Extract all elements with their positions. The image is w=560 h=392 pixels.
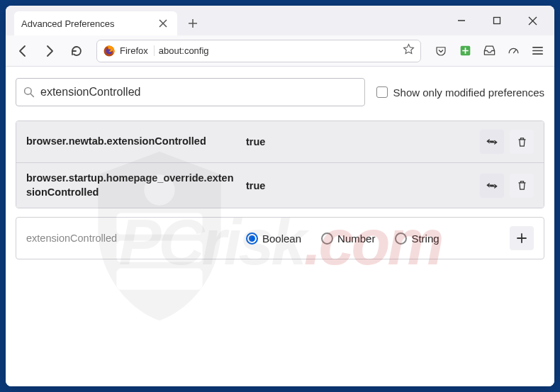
extension-icon[interactable]	[458, 44, 472, 58]
radio-number[interactable]: Number	[321, 233, 375, 245]
preference-name: browser.newtab.extensionControlled	[26, 135, 239, 149]
new-pref-name: extensionControlled	[26, 233, 239, 244]
preference-list: browser.newtab.extensionControlled true …	[16, 121, 544, 208]
maximize-button[interactable]	[488, 11, 506, 30]
radio-label: String	[411, 233, 439, 245]
show-modified-label: Show only modified preferences	[393, 86, 544, 99]
search-icon	[23, 86, 35, 98]
show-modified-only[interactable]: Show only modified preferences	[376, 86, 544, 99]
inbox-icon[interactable]	[482, 44, 496, 58]
svg-point-8	[25, 88, 32, 95]
preference-row: extensionControlled Boolean Number Strin…	[16, 218, 544, 259]
delete-button[interactable]	[510, 130, 534, 154]
preference-actions	[480, 174, 534, 198]
radio-icon	[395, 233, 407, 245]
new-tab-button[interactable]	[183, 13, 203, 33]
url-input[interactable]	[159, 45, 398, 56]
new-preference-row: extensionControlled Boolean Number Strin…	[16, 217, 544, 259]
svg-rect-0	[494, 18, 500, 24]
delete-button[interactable]	[510, 174, 534, 198]
radio-label: Boolean	[262, 233, 301, 245]
search-controls: Show only modified preferences	[16, 78, 544, 106]
gauge-icon[interactable]	[506, 44, 520, 58]
browser-window: Advanced Preferences Firefox	[6, 6, 554, 386]
radio-icon	[246, 233, 258, 245]
radio-string[interactable]: String	[395, 233, 439, 245]
firefox-icon	[103, 45, 116, 57]
toggle-button[interactable]	[480, 130, 504, 154]
bookmark-star-icon[interactable]	[403, 43, 415, 58]
urlbar-brand-label: Firefox	[120, 45, 155, 56]
preference-value: true	[246, 180, 473, 191]
forward-button[interactable]	[38, 40, 61, 62]
toolbar-icons	[430, 44, 549, 58]
preference-row[interactable]: browser.newtab.extensionControlled true	[16, 121, 544, 162]
back-button[interactable]	[11, 40, 34, 62]
minimize-button[interactable]	[452, 11, 471, 30]
preference-row[interactable]: browser.startup.homepage_override.extens…	[16, 162, 544, 208]
about-config-content: PCrisk.com Show only modified preference…	[6, 67, 554, 386]
type-radio-group: Boolean Number String	[246, 233, 503, 245]
tab-title: Advanced Preferences	[21, 18, 115, 29]
preference-actions	[480, 130, 534, 154]
address-bar[interactable]: Firefox	[96, 40, 421, 62]
preference-value: true	[246, 136, 473, 147]
navigation-toolbar: Firefox	[6, 35, 554, 67]
search-box[interactable]	[16, 78, 365, 106]
checkbox-icon[interactable]	[376, 86, 388, 98]
browser-tab[interactable]: Advanced Preferences	[14, 11, 177, 35]
reload-button[interactable]	[65, 40, 88, 62]
pocket-icon[interactable]	[434, 44, 448, 58]
window-controls	[452, 6, 554, 35]
preference-actions	[510, 226, 534, 250]
add-button[interactable]	[510, 226, 534, 250]
radio-label: Number	[337, 233, 375, 245]
svg-rect-6	[116, 269, 202, 290]
close-window-button[interactable]	[523, 11, 542, 30]
menu-button[interactable]	[530, 44, 544, 58]
preference-name: browser.startup.homepage_override.extens…	[26, 172, 239, 199]
radio-icon	[321, 233, 333, 245]
close-tab-button[interactable]	[156, 16, 170, 30]
radio-boolean[interactable]: Boolean	[246, 233, 301, 245]
search-input[interactable]	[40, 86, 357, 99]
titlebar: Advanced Preferences	[6, 6, 554, 35]
toggle-button[interactable]	[480, 174, 504, 198]
